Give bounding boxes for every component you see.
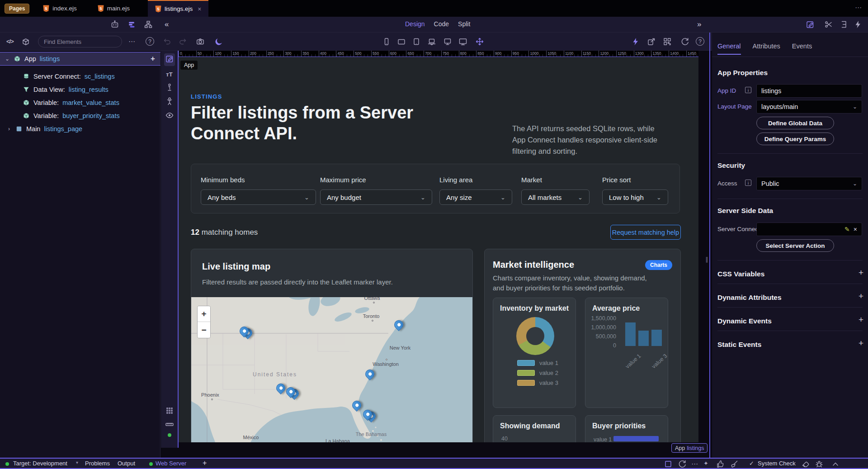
layout-page-select[interactable]: layouts/main⌄: [756, 100, 862, 114]
canvas-help-icon[interactable]: ?: [696, 37, 704, 46]
pages-badge[interactable]: Pages: [5, 4, 29, 14]
dark-mode-moon-icon[interactable]: [214, 37, 223, 46]
output-button[interactable]: Output: [118, 460, 135, 467]
chevron-right-icon[interactable]: ›: [6, 126, 12, 132]
info-person-icon[interactable]: [165, 83, 174, 92]
grid-icon[interactable]: [165, 406, 174, 415]
panel-resize-divider[interactable]: [709, 33, 710, 458]
element-library-icon[interactable]: [21, 37, 30, 46]
tree-item-server-connect[interactable]: Server Connect: sc_listings: [0, 70, 160, 83]
sparkles-icon[interactable]: ✦: [703, 460, 708, 467]
web-server-button[interactable]: Web Server: [156, 460, 186, 467]
target-selector[interactable]: Target: Development: [13, 460, 67, 467]
access-select[interactable]: Public⌄: [756, 177, 862, 190]
server-connect-input[interactable]: ✎ ×: [756, 223, 862, 236]
add-icon[interactable]: +: [859, 338, 863, 348]
tree-item-variable-market[interactable]: Variable: market_value_stats: [0, 96, 160, 109]
pencil-icon[interactable]: ✎: [844, 226, 850, 233]
tree-help-icon[interactable]: ?: [146, 37, 154, 46]
find-elements-input[interactable]: [38, 36, 122, 47]
leaflet-map[interactable]: OttawaTorontoNew YorkWashingtonUnited St…: [191, 297, 472, 442]
design-canvas[interactable]: App LISTINGS Filter listings from a Serv…: [179, 57, 698, 442]
add-panel-icon[interactable]: +: [203, 459, 207, 467]
select-server-action-button[interactable]: Select Server Action: [756, 239, 834, 252]
code-view-icon[interactable]: </>: [6, 38, 14, 45]
select-frame-icon[interactable]: [664, 460, 673, 469]
tab-general[interactable]: General: [717, 43, 741, 55]
caret-down-icon[interactable]: ▾: [76, 460, 78, 465]
eraser-icon[interactable]: [801, 460, 810, 469]
living-area-select[interactable]: Any size⌄: [439, 189, 512, 205]
tab-main-ejs[interactable]: main.ejs: [90, 0, 137, 17]
resize-move-icon[interactable]: [475, 37, 484, 46]
ruler-icon[interactable]: [165, 420, 174, 429]
window-more-icon[interactable]: ⋯: [855, 4, 863, 12]
open-in-browser-icon[interactable]: [647, 37, 656, 46]
zoom-in-button[interactable]: +: [198, 306, 210, 322]
broom-icon[interactable]: [730, 460, 739, 469]
robot-icon[interactable]: [110, 20, 119, 29]
app-breadcrumb-tag[interactable]: Applistings: [671, 443, 708, 453]
system-check-button[interactable]: System Check: [758, 460, 796, 467]
preview-eye-icon[interactable]: [165, 111, 174, 120]
tree-item-app-root[interactable]: ⌄ App listings +: [0, 52, 160, 66]
sitemap-icon[interactable]: [144, 20, 153, 29]
screenshot-camera-icon[interactable]: [196, 37, 205, 46]
chevron-down-icon[interactable]: ⌄: [5, 56, 10, 62]
add-icon[interactable]: +: [859, 291, 863, 301]
device-laptop-icon[interactable]: [427, 37, 436, 46]
tree-item-variable-buyer[interactable]: Variable: buyer_priority_stats: [0, 109, 160, 122]
device-tablet-icon[interactable]: [412, 37, 421, 46]
define-query-params-button[interactable]: Define Query Params: [756, 133, 834, 145]
structure-list-icon[interactable]: [127, 20, 136, 29]
refresh-icon[interactable]: [680, 37, 689, 46]
add-icon[interactable]: +: [859, 268, 863, 278]
undo-icon[interactable]: [163, 37, 172, 46]
dynamic-data-bolt-icon[interactable]: [631, 37, 640, 46]
tab-attributes[interactable]: Attributes: [753, 43, 780, 55]
zoom-out-button[interactable]: −: [198, 322, 210, 338]
tab-listings-ejs[interactable]: listings.ejs ×: [148, 0, 208, 17]
resize-grip-icon[interactable]: ∥: [705, 256, 708, 263]
bug-icon[interactable]: [815, 460, 824, 469]
edit-properties-icon[interactable]: [806, 20, 815, 29]
max-price-select[interactable]: Any budget⌄: [320, 189, 432, 205]
device-phone-icon[interactable]: [382, 37, 391, 46]
define-global-data-button[interactable]: Define Global Data: [756, 117, 834, 129]
redo-icon[interactable]: [178, 37, 187, 46]
clear-icon[interactable]: ×: [854, 226, 857, 233]
refresh-icon[interactable]: [678, 460, 687, 469]
request-help-button[interactable]: Request matching help: [610, 225, 681, 240]
tree-more-icon[interactable]: ⋯: [128, 38, 136, 46]
chevron-up-icon[interactable]: [831, 460, 840, 469]
scissors-icon[interactable]: [824, 20, 833, 29]
tab-events[interactable]: Events: [792, 43, 812, 55]
section-dynamic-events[interactable]: Dynamic Events: [717, 317, 772, 325]
add-icon[interactable]: +: [859, 315, 863, 325]
thumbs-up-icon[interactable]: [716, 460, 725, 469]
section-dynamic-attributes[interactable]: Dynamic Attributes: [717, 294, 782, 302]
accessibility-person-icon[interactable]: [165, 97, 174, 106]
text-tool-icon[interactable]: ᴛT: [166, 71, 172, 78]
price-sort-select[interactable]: Low to high⌄: [602, 189, 668, 205]
status-more-icon[interactable]: ⋯: [691, 460, 698, 468]
collapse-left-icon[interactable]: «: [165, 20, 169, 29]
mode-code[interactable]: Code: [434, 20, 449, 28]
section-css-variables[interactable]: CSS Variables: [717, 270, 764, 278]
events-bolt-icon[interactable]: [854, 20, 863, 29]
tree-item-data-view[interactable]: Data View: listing_results: [0, 83, 160, 96]
add-component-icon[interactable]: +: [151, 54, 155, 63]
styles-panel-icon[interactable]: [839, 20, 848, 29]
market-select[interactable]: All markets⌄: [521, 189, 590, 205]
device-desktop-icon[interactable]: [443, 37, 452, 46]
close-tab-icon[interactable]: ×: [198, 5, 201, 13]
qr-code-icon[interactable]: [663, 37, 672, 46]
problems-button[interactable]: Problems: [85, 460, 110, 467]
app-id-input[interactable]: listings: [756, 84, 862, 98]
tab-index-ejs[interactable]: index.ejs: [36, 0, 84, 17]
section-static-events[interactable]: Static Events: [717, 341, 761, 349]
mode-design[interactable]: Design: [405, 20, 425, 28]
expand-right-icon[interactable]: »: [697, 20, 701, 29]
device-tablet-landscape-icon[interactable]: [397, 37, 406, 46]
mode-split[interactable]: Split: [458, 20, 470, 28]
